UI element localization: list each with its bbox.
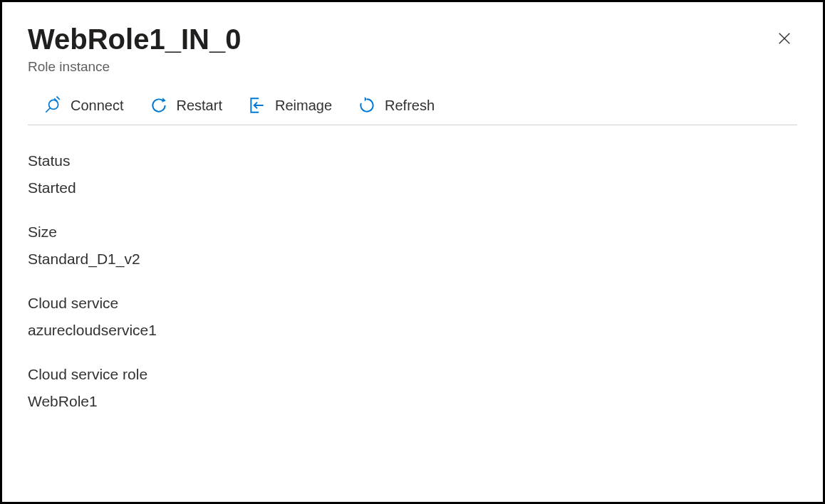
size-label: Size (28, 224, 797, 241)
restart-label: Restart (177, 98, 222, 114)
cloud-service-role-value: WebRole1 (28, 393, 797, 410)
refresh-button[interactable]: Refresh (358, 96, 435, 115)
reimage-button[interactable]: Reimage (248, 96, 332, 115)
command-bar: Connect Restart Reimage Refresh (28, 96, 797, 125)
page-title: WebRole1_IN_0 (28, 22, 241, 56)
title-block: WebRole1_IN_0 Role instance (28, 22, 241, 75)
restart-button[interactable]: Restart (150, 96, 222, 115)
field-status: Status Started (28, 152, 797, 196)
field-cloud-service: Cloud service azurecloudservice1 (28, 295, 797, 339)
svg-line-5 (56, 97, 59, 100)
restart-icon (150, 96, 168, 115)
reimage-icon (248, 96, 266, 115)
blade-header: WebRole1_IN_0 Role instance (28, 22, 797, 75)
connect-button[interactable]: Connect (43, 96, 124, 115)
refresh-label: Refresh (385, 98, 435, 114)
svg-line-2 (46, 107, 51, 112)
field-size: Size Standard_D1_v2 (28, 224, 797, 268)
details-section: Status Started Size Standard_D1_v2 Cloud… (28, 152, 797, 410)
reimage-label: Reimage (275, 98, 332, 114)
status-value: Started (28, 179, 797, 196)
close-button[interactable] (772, 26, 797, 52)
status-label: Status (28, 152, 797, 169)
field-cloud-service-role: Cloud service role WebRole1 (28, 366, 797, 410)
connect-icon (43, 96, 62, 115)
connect-label: Connect (71, 98, 124, 114)
size-value: Standard_D1_v2 (28, 251, 797, 268)
cloud-service-value: azurecloudservice1 (28, 322, 797, 339)
page-subtitle: Role instance (28, 59, 241, 75)
cloud-service-role-label: Cloud service role (28, 366, 797, 383)
refresh-icon (358, 96, 376, 115)
close-icon (777, 31, 792, 48)
cloud-service-label: Cloud service (28, 295, 797, 312)
